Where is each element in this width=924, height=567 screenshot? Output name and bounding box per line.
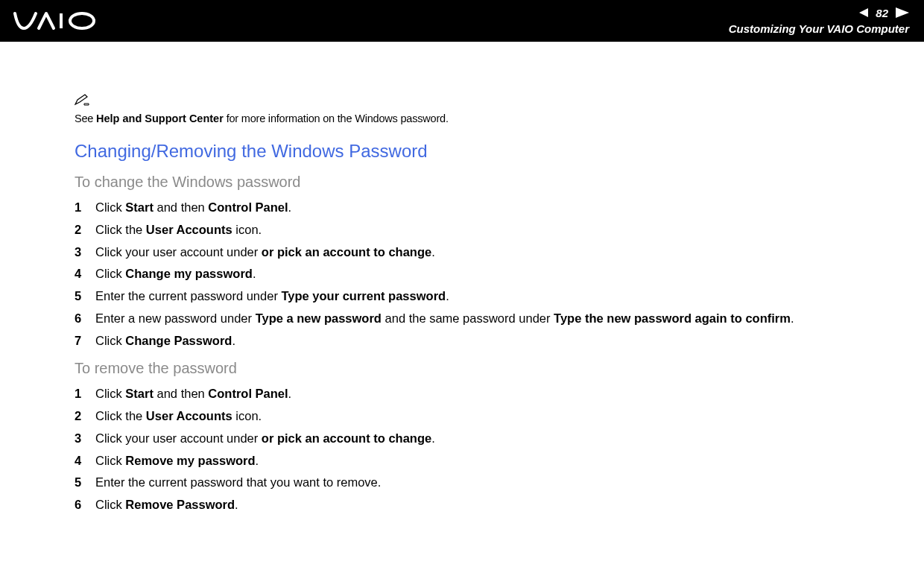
step-number: 4 xyxy=(75,452,95,470)
header-right: 82 Customizing Your VAIO Computer xyxy=(729,6,909,37)
nav-next-arrow[interactable] xyxy=(893,7,909,18)
vaio-logo xyxy=(13,10,118,31)
step-text: Click your user account under or pick an… xyxy=(95,243,864,262)
step-number: 7 xyxy=(75,332,95,350)
step-text: Click Change my password. xyxy=(95,265,864,283)
step-item: 2Click the User Accounts icon. xyxy=(75,221,864,239)
step-item: 1Click Start and then Control Panel. xyxy=(75,198,864,217)
step-number: 3 xyxy=(75,243,95,262)
svg-marker-3 xyxy=(896,7,909,18)
pencil-icon xyxy=(75,94,864,108)
step-number: 1 xyxy=(75,198,95,217)
step-number: 4 xyxy=(75,265,95,283)
step-item: 4Click Remove my password. xyxy=(75,452,864,470)
nav-prev-arrow[interactable] xyxy=(859,8,871,17)
step-item: 1Click Start and then Control Panel. xyxy=(75,384,864,403)
page-content: See Help and Support Center for more inf… xyxy=(0,42,924,514)
section2-steps: 1Click Start and then Control Panel.2Cli… xyxy=(75,384,864,514)
step-text: Enter the current password under Type yo… xyxy=(95,287,864,305)
note-block: See Help and Support Center for more inf… xyxy=(75,94,864,124)
step-text: Click Remove my password. xyxy=(95,452,864,470)
step-number: 5 xyxy=(75,473,95,492)
step-text: Click Remove Password. xyxy=(95,495,864,514)
step-text: Enter a new password under Type a new pa… xyxy=(95,309,864,328)
step-number: 3 xyxy=(75,429,95,448)
section2-heading: To remove the password xyxy=(75,360,864,377)
step-item: 2Click the User Accounts icon. xyxy=(75,407,864,425)
note-prefix: See xyxy=(75,113,96,124)
step-text: Click the User Accounts icon. xyxy=(95,407,864,425)
step-text: Click Change Password. xyxy=(95,332,864,350)
step-item: 6Click Remove Password. xyxy=(75,495,864,514)
main-heading: Changing/Removing the Windows Password xyxy=(75,141,864,162)
note-text: See Help and Support Center for more inf… xyxy=(75,113,449,124)
step-number: 1 xyxy=(75,384,95,403)
step-number: 6 xyxy=(75,495,95,514)
step-number: 5 xyxy=(75,287,95,305)
step-text: Click your user account under or pick an… xyxy=(95,429,864,448)
step-text: Click the User Accounts icon. xyxy=(95,221,864,239)
step-item: 6Enter a new password under Type a new p… xyxy=(75,309,864,328)
page-number: 82 xyxy=(876,6,888,21)
step-item: 7Click Change Password. xyxy=(75,332,864,350)
step-item: 4Click Change my password. xyxy=(75,265,864,283)
svg-point-1 xyxy=(70,13,94,28)
step-number: 6 xyxy=(75,309,95,328)
step-item: 3Click your user account under or pick a… xyxy=(75,429,864,448)
page-nav: 82 xyxy=(729,6,909,21)
step-number: 2 xyxy=(75,221,95,239)
svg-marker-2 xyxy=(859,8,868,17)
step-text: Enter the current password that you want… xyxy=(95,473,864,492)
section1-heading: To change the Windows password xyxy=(75,174,864,191)
step-item: 5Enter the current password that you wan… xyxy=(75,473,864,492)
step-item: 3Click your user account under or pick a… xyxy=(75,243,864,262)
breadcrumb: Customizing Your VAIO Computer xyxy=(729,22,909,37)
section1-steps: 1Click Start and then Control Panel.2Cli… xyxy=(75,198,864,349)
step-item: 5Enter the current password under Type y… xyxy=(75,287,864,305)
step-number: 2 xyxy=(75,407,95,425)
svg-rect-0 xyxy=(60,13,63,28)
note-suffix: for more information on the Windows pass… xyxy=(224,113,449,124)
step-text: Click Start and then Control Panel. xyxy=(95,384,864,403)
note-bold: Help and Support Center xyxy=(96,113,224,124)
header-bar: 82 Customizing Your VAIO Computer xyxy=(0,0,924,42)
step-text: Click Start and then Control Panel. xyxy=(95,198,864,217)
